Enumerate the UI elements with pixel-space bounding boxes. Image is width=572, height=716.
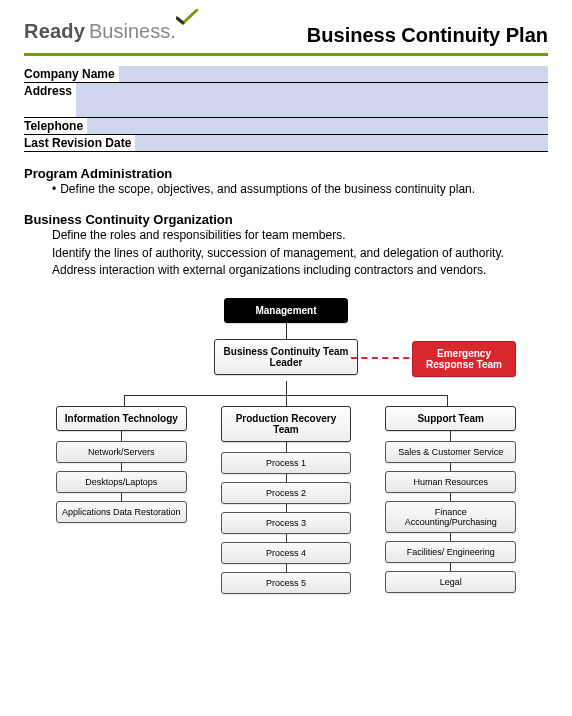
telephone-label: Telephone [24,118,87,134]
node-team-leader: Business Continuity Team Leader [214,339,358,375]
org-line-2: Identify the lines of authority, success… [52,245,548,262]
address-label: Address [24,83,76,117]
logo-ready-text: Ready [24,20,85,43]
node-emergency-response: Emergency Response Team [412,341,516,377]
node-support-head: Support Team [385,406,516,431]
last-revision-input[interactable] [135,135,548,151]
prod-sub-list: Process 1Process 2Process 3Process 4Proc… [221,452,352,594]
support-sub-list: Sales & Customer ServiceHuman ResourcesF… [385,441,516,593]
col-information-technology: Information Technology Network/ServersDe… [56,406,187,594]
org-heading: Business Continuity Organization [24,212,548,227]
sub-node: Applications Data Restoration [56,501,187,523]
it-sub-list: Network/ServersDesktops/LaptopsApplicati… [56,441,187,523]
sub-node: Finance Accounting/Purchasing [385,501,516,533]
header: Ready Business. Business Continuity Plan [24,20,548,53]
node-prod-head: Production Recovery Team [221,406,352,442]
logo-business-text: Business. [89,20,176,43]
org-chart: Management Business Continuity Team Lead… [36,298,536,594]
telephone-input[interactable] [87,118,548,134]
sub-node: Process 1 [221,452,352,474]
telephone-row: Telephone [24,118,548,135]
org-line-1: Define the roles and responsibilities fo… [52,227,548,244]
connector [286,381,287,395]
sub-node: Process 2 [221,482,352,504]
divider [24,53,548,56]
checkmark-icon [176,9,198,29]
org-line-3: Address interaction with external organi… [52,262,548,279]
program-admin-heading: Program Administration [24,166,548,181]
last-revision-row: Last Revision Date [24,135,548,152]
company-name-label: Company Name [24,66,119,82]
sub-node: Process 5 [221,572,352,594]
company-name-input[interactable] [119,66,548,82]
last-revision-label: Last Revision Date [24,135,135,151]
sub-node: Legal [385,571,516,593]
sub-node: Human Resources [385,471,516,493]
sub-node: Facilities/ Engineering [385,541,516,563]
page-title: Business Continuity Plan [307,24,548,47]
col-production-recovery: Production Recovery Team Process 1Proces… [221,406,352,594]
connector [124,396,448,406]
connector [286,323,287,339]
col-support-team: Support Team Sales & Customer ServiceHum… [385,406,516,594]
logo: Ready Business. [24,20,202,47]
node-management: Management [224,298,348,323]
address-input[interactable] [76,83,548,117]
sub-node: Process 3 [221,512,352,534]
program-admin-bullet: Define the scope, objectives, and assump… [52,181,548,198]
sub-node: Network/Servers [56,441,187,463]
sub-node: Desktops/Laptops [56,471,187,493]
sub-node: Sales & Customer Service [385,441,516,463]
node-it-head: Information Technology [56,406,187,431]
sub-node: Process 4 [221,542,352,564]
company-name-row: Company Name [24,66,548,83]
address-row: Address [24,83,548,118]
